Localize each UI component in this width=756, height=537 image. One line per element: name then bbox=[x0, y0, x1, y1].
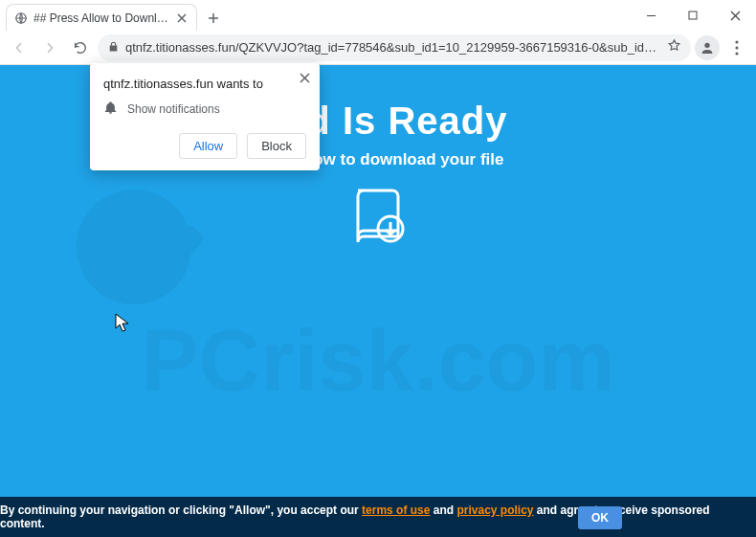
svg-text:PCrisk.com: PCrisk.com bbox=[141, 313, 614, 409]
address-bar[interactable]: qtnfz.titionasses.fun/QZKVVJO?tag_id=778… bbox=[98, 34, 691, 61]
tab-close-icon[interactable] bbox=[175, 11, 189, 25]
bookmark-star-icon[interactable] bbox=[667, 38, 681, 56]
svg-point-3 bbox=[735, 40, 738, 43]
consent-bar: By continuing your navigation or clickin… bbox=[0, 497, 756, 537]
notification-actions: Allow Block bbox=[103, 133, 306, 159]
consent-text: By continuing your navigation or clickin… bbox=[0, 503, 756, 530]
bell-icon bbox=[103, 101, 118, 118]
allow-button[interactable]: Allow bbox=[179, 133, 237, 159]
svg-rect-1 bbox=[689, 11, 697, 19]
download-book-icon bbox=[345, 183, 411, 250]
tab-title: ## Press Allow to Download ## bbox=[33, 11, 169, 25]
profile-avatar[interactable] bbox=[695, 35, 720, 60]
terms-link[interactable]: terms of use bbox=[362, 503, 430, 517]
notification-prompt: qtnfz.titionasses.fun wants to Show noti… bbox=[90, 63, 320, 170]
notification-origin: qtnfz.titionasses.fun wants to bbox=[103, 77, 306, 91]
back-button[interactable] bbox=[6, 34, 33, 61]
window-controls bbox=[630, 0, 756, 31]
minimize-button[interactable] bbox=[630, 0, 672, 31]
svg-point-5 bbox=[735, 52, 738, 55]
svg-point-4 bbox=[735, 46, 738, 49]
menu-button[interactable] bbox=[723, 34, 750, 61]
lock-icon bbox=[107, 39, 120, 56]
globe-icon bbox=[14, 11, 28, 25]
svg-point-2 bbox=[704, 42, 709, 47]
privacy-link[interactable]: privacy policy bbox=[456, 503, 533, 517]
browser-tab[interactable]: ## Press Allow to Download ## bbox=[6, 4, 197, 31]
maximize-button[interactable] bbox=[672, 0, 714, 31]
forward-button[interactable] bbox=[36, 34, 63, 61]
reload-button[interactable] bbox=[67, 34, 94, 61]
close-icon[interactable] bbox=[300, 71, 310, 86]
close-window-button[interactable] bbox=[714, 0, 756, 31]
browser-toolbar: qtnfz.titionasses.fun/QZKVVJO?tag_id=778… bbox=[0, 31, 756, 65]
notification-permission-label: Show notifications bbox=[127, 102, 220, 116]
mouse-cursor-icon bbox=[115, 313, 130, 332]
consent-ok-button[interactable]: OK bbox=[578, 506, 622, 529]
block-button[interactable]: Block bbox=[247, 133, 306, 159]
notification-permission-row: Show notifications bbox=[103, 101, 306, 118]
new-tab-button[interactable] bbox=[201, 6, 226, 31]
url-text: qtnfz.titionasses.fun/QZKVVJO?tag_id=778… bbox=[125, 40, 661, 55]
browser-titlebar: ## Press Allow to Download ## bbox=[0, 0, 756, 31]
